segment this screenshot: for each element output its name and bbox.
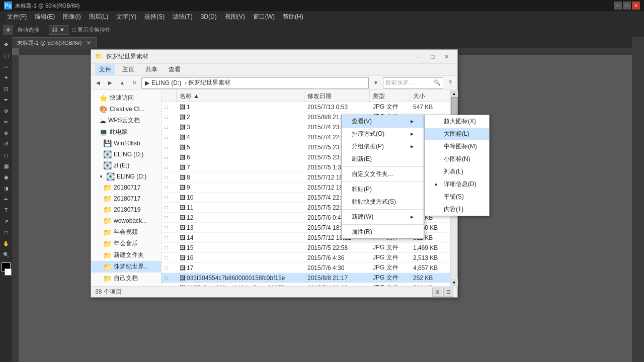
tool-shape[interactable]: □	[1, 227, 11, 237]
nav-wowoback[interactable]: 📁 wowoback...	[91, 215, 161, 226]
ps-menu-select[interactable]: 选择(S)	[140, 12, 169, 22]
addr-folder[interactable]: 侏罗纪世界素材	[188, 78, 230, 87]
sub-content[interactable]: 内容(T)	[425, 203, 489, 216]
file-row-selected[interactable]: □ 🖼033f304554c7b8600000158fc0bf15e 2015/…	[162, 273, 450, 283]
ps-menu-filter[interactable]: 滤镜(T)	[169, 12, 196, 22]
ps-menu-edit[interactable]: 编辑(E)	[31, 12, 59, 22]
ps-tab-close[interactable]: ✕	[87, 40, 91, 46]
ps-maximize-btn[interactable]: □	[623, 2, 631, 10]
ps-menu-help[interactable]: 帮助(H)	[279, 12, 307, 22]
tool-zoom[interactable]: 🔍	[1, 249, 11, 259]
explorer-menu-home[interactable]: 主页	[118, 64, 138, 75]
ps-menu-layer[interactable]: 图层(L)	[85, 12, 113, 22]
file-row[interactable]: □ 🖼0177b7aa-210c-4143-be5b-cc00075l... 2…	[162, 283, 450, 286]
ctx-paste-shortcut[interactable]: 粘贴快捷方式(S)	[342, 196, 424, 208]
explorer-address-path[interactable]: ▶ ELING (D:) › 侏罗纪世界素材	[141, 77, 369, 88]
sub-large-icons[interactable]: 大图标(L)	[425, 128, 489, 140]
explorer-menu-share[interactable]: 共享	[141, 64, 162, 75]
ctx-group[interactable]: 分组依据(P) ▶	[342, 140, 424, 153]
explorer-help-btn[interactable]: ?	[445, 78, 455, 88]
col-type[interactable]: 类型	[370, 90, 410, 103]
tool-select[interactable]: ⬚	[1, 50, 11, 60]
tool-move[interactable]: ✥	[1, 39, 11, 49]
tool-magic[interactable]: ✦	[1, 72, 11, 82]
nav-20180717-2[interactable]: 📁 20180717	[91, 193, 161, 204]
ctx-custom-folder[interactable]: 自定义文件夹...	[342, 168, 424, 180]
ctx-view[interactable]: 查看(V) ▶	[342, 115, 424, 128]
file-row[interactable]: □ 🖼16 2015/7/6 4:36 JPG 文件 2,513 KB	[162, 253, 450, 263]
col-name[interactable]: 名称 ▲	[177, 90, 304, 103]
explorer-close-btn[interactable]: ✕	[440, 51, 453, 62]
tool-gradient[interactable]: ▦	[1, 161, 11, 171]
tool-lasso[interactable]: ⌓	[1, 61, 11, 71]
nav-eling-d2[interactable]: ▼ 💽 ELING (D:)	[91, 171, 161, 182]
sub-extra-large-icons[interactable]: 超大图标(X)	[425, 115, 489, 128]
ps-group-select[interactable]: 组 ▼	[49, 25, 68, 35]
explorer-menu-view[interactable]: 查看	[165, 64, 185, 75]
sub-tiles[interactable]: 平铺(S)	[425, 191, 489, 203]
ctx-properties[interactable]: 属性(R)	[342, 226, 424, 238]
file-row[interactable]: □ 🖼15 2015/7/5 22:58 JPG 文件 1,469 KB	[162, 243, 450, 253]
scroll-down-btn[interactable]: ▼	[451, 279, 458, 286]
ctx-new[interactable]: 新建(W) ▶	[342, 211, 424, 223]
ps-minimize-btn[interactable]: ─	[614, 2, 622, 10]
explorer-search-box[interactable]: 搜索'侏罗... 🔍	[383, 77, 443, 88]
nav-eling-d[interactable]: 💽 ELING (D:)	[91, 149, 161, 160]
nav-quick-access[interactable]: ⭐ 快速访问	[91, 92, 161, 104]
tool-eyedrop[interactable]: ✒	[1, 95, 11, 105]
sub-medium-icons[interactable]: 中等图标(M)	[425, 140, 489, 153]
explorer-minimize-btn[interactable]: ─	[412, 51, 425, 62]
explorer-back-btn[interactable]: ◀	[93, 78, 103, 88]
scroll-up-btn[interactable]: ▲	[451, 90, 458, 97]
nav-my-docs[interactable]: 📁 自己文档	[91, 273, 161, 284]
ps-menu-3d[interactable]: 3D(D)	[197, 12, 221, 21]
tool-dodge[interactable]: ◑	[1, 183, 11, 193]
addr-eling[interactable]: ELING (D:)	[151, 79, 181, 86]
explorer-forward-btn[interactable]: ▶	[105, 78, 115, 88]
nav-this-pc[interactable]: 💻 此电脑	[91, 126, 161, 138]
scroll-thumb[interactable]	[451, 97, 457, 117]
file-row[interactable]: □ 🖼1 2015/7/13 0:53 JPG 文件 547 KB	[162, 102, 450, 112]
tool-background-color[interactable]	[5, 268, 12, 276]
explorer-menu-file[interactable]: 文件	[95, 64, 115, 75]
explorer-refresh-btn[interactable]: ↻	[129, 78, 139, 88]
nav-creative-cloud[interactable]: 🎨 Creative Cl...	[91, 104, 161, 115]
ctx-sort[interactable]: 排序方式(O) ▶	[342, 128, 424, 140]
nav-20180719[interactable]: 📁 20180719	[91, 204, 161, 215]
ps-menu-window[interactable]: 窗口(W)	[249, 12, 279, 22]
tool-brush[interactable]: ✏	[1, 117, 11, 127]
sub-small-icons[interactable]: 小图标(N)	[425, 153, 489, 165]
nav-zl-e[interactable]: 💽 zl (E:)	[91, 160, 161, 171]
tool-crop[interactable]: ⊡	[1, 83, 11, 94]
ps-menu-view[interactable]: 视图(V)	[221, 12, 249, 22]
ctx-paste[interactable]: 粘贴(P)	[342, 183, 424, 196]
tool-eraser[interactable]: ◻	[1, 150, 11, 160]
tool-stamp[interactable]: ⊗	[1, 128, 11, 138]
tool-blur[interactable]: ◉	[1, 172, 11, 182]
nav-20180717-1[interactable]: 📁 20180717	[91, 182, 161, 193]
tool-path-select[interactable]: ↗	[1, 216, 11, 226]
ps-menu-image[interactable]: 图像(I)	[59, 12, 85, 22]
col-size[interactable]: 大小	[410, 90, 450, 103]
nav-wps-cloud[interactable]: ☁ WPS云文档	[91, 115, 161, 126]
ps-move-tool[interactable]: ✥	[3, 25, 13, 35]
ps-close-btn[interactable]: ✕	[632, 2, 640, 10]
tool-pen[interactable]: ✒	[1, 194, 11, 204]
file-row[interactable]: □ 🖼17 2015/7/6 4:30 JPG 文件 4,657 KB	[162, 263, 450, 273]
explorer-dropdown-btn[interactable]: ▼	[371, 78, 381, 88]
tool-text[interactable]: T	[1, 205, 11, 215]
nav-nian-hui-music[interactable]: 📁 年会音乐	[91, 238, 161, 249]
tool-hand[interactable]: ✋	[1, 238, 11, 248]
tool-history[interactable]: ↺	[1, 139, 11, 149]
ctx-refresh[interactable]: 刷新(E)	[342, 153, 424, 165]
tool-heal[interactable]: ⊕	[1, 106, 11, 116]
ps-tab-document[interactable]: 未标题-1 @ 50%(RGB/8#) ✕	[12, 37, 97, 48]
nav-win10[interactable]: 💾 Win10ltsb	[91, 138, 161, 149]
nav-new-folder[interactable]: 📁 新建文件夹	[91, 249, 161, 261]
nav-jurassic[interactable]: 📁 侏罗纪世界...	[91, 261, 161, 273]
nav-nian-hui-video[interactable]: 📁 年会视频	[91, 226, 161, 238]
ps-menu-text[interactable]: 文字(Y)	[112, 12, 140, 22]
ps-menu-file[interactable]: 文件(F)	[3, 12, 31, 22]
explorer-maximize-btn[interactable]: □	[426, 51, 439, 62]
view-list-btn[interactable]: ☰	[443, 288, 453, 297]
